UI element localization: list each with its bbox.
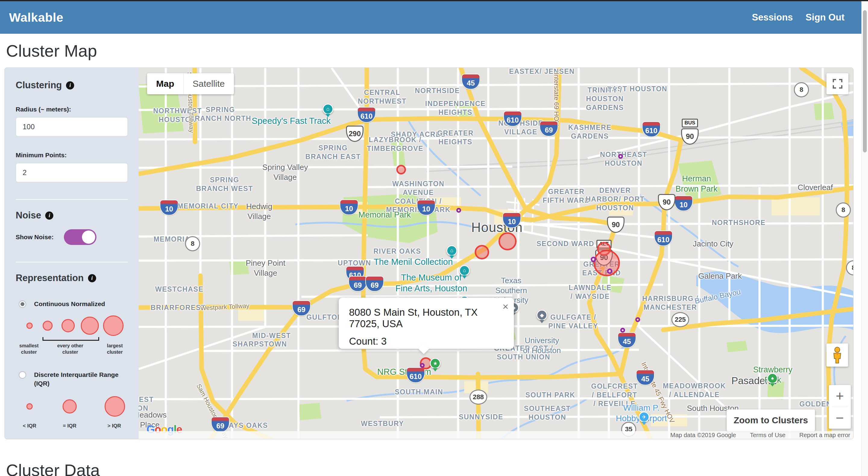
pin-stem xyxy=(642,422,647,427)
show-noise-label: Show Noise: xyxy=(16,233,54,241)
park-icon: ♠ xyxy=(767,373,778,384)
min-points-label: Minimum Points: xyxy=(16,152,128,159)
zoom-control: + − xyxy=(829,385,851,429)
legend-label-largest: largest cluster xyxy=(107,343,123,355)
cluster-marker-4[interactable] xyxy=(593,250,620,276)
legend-label-smallest: smallest cluster xyxy=(19,343,38,355)
hobby-airport-pin[interactable]: ✈ xyxy=(639,412,650,427)
legend-label-every-other: every other cluster xyxy=(57,343,83,355)
google-map[interactable]: EASTEX/ JENSENNORTHSIDECENTRAL NORTHWEST… xyxy=(138,68,853,439)
zoom-in-button[interactable]: + xyxy=(829,385,851,407)
cluster-marker-2[interactable] xyxy=(498,232,517,250)
cluster-marker-1[interactable] xyxy=(475,245,489,259)
radius-input[interactable] xyxy=(16,117,128,136)
every-other-cluster-bracket xyxy=(16,337,128,341)
museum-icon: ⌂ xyxy=(322,104,333,115)
min-points-input[interactable] xyxy=(16,163,128,182)
cluster-map-panel: Clustering i Radius (~ meters): Minimum … xyxy=(4,67,854,439)
map-type-control: Map Satellite xyxy=(147,73,234,94)
noise-point-6[interactable] xyxy=(420,363,425,368)
terms-of-use-link[interactable]: Terms of Use xyxy=(750,432,785,439)
iqr-label-lt: < IQR xyxy=(23,423,36,429)
menil-collection-pin[interactable]: ⌂ xyxy=(446,245,457,261)
navbar: Walkable Sessions Sign Out xyxy=(0,1,868,34)
cluster-marker-0[interactable] xyxy=(396,165,406,174)
grad-icon: ◆ xyxy=(536,310,547,321)
noise-point-2[interactable] xyxy=(591,257,596,262)
map-type-map-button[interactable]: Map xyxy=(147,73,183,94)
noise-point-4[interactable] xyxy=(635,317,640,322)
scrollbar-thumb[interactable] xyxy=(863,10,867,153)
divider xyxy=(16,199,128,200)
clustering-heading: Clustering i xyxy=(16,80,128,91)
continuous-normalized-option[interactable]: Continuous Normalized xyxy=(16,300,128,308)
legend-circle xyxy=(43,321,53,331)
noise-heading: Noise i xyxy=(16,210,128,221)
pegman-control[interactable] xyxy=(827,344,848,367)
toggle-knob xyxy=(82,230,95,244)
divider xyxy=(16,262,128,262)
nav-sessions-link[interactable]: Sessions xyxy=(752,12,793,23)
fullscreen-icon xyxy=(833,79,842,89)
iqr-option[interactable]: Discrete Interquartile Range (IQR) xyxy=(16,371,128,388)
cluster-info-window: 8080 S Main St, Houston, TX 77025, USA C… xyxy=(339,298,514,349)
clustering-info-icon[interactable]: i xyxy=(66,81,74,90)
iqr-legend-labels: < IQR = IQR > IQR xyxy=(16,423,128,432)
clustering-sidebar: Clustering i Radius (~ meters): Minimum … xyxy=(5,68,138,439)
museum-fine-arts-pin[interactable]: ⌂ xyxy=(459,265,470,281)
info-window-close-icon[interactable]: × xyxy=(502,301,508,312)
zoom-out-button[interactable]: − xyxy=(829,407,851,429)
info-window-address: 8080 S Main St, Houston, TX 77025, USA xyxy=(349,307,504,329)
representation-heading-text: Representation xyxy=(16,273,84,284)
radius-label: Radius (~ meters): xyxy=(16,106,128,113)
iqr-label-eq: = IQR xyxy=(63,423,76,429)
noise-point-0[interactable] xyxy=(456,208,461,213)
iqr-legend-circles xyxy=(16,394,128,418)
pin-stem xyxy=(450,255,454,261)
iqr-radio[interactable] xyxy=(19,371,26,379)
pin-stem xyxy=(462,275,467,281)
clustering-heading-text: Clustering xyxy=(16,80,62,91)
show-noise-toggle[interactable] xyxy=(64,229,96,245)
legend-circle xyxy=(81,317,99,335)
noise-point-3[interactable] xyxy=(607,268,613,274)
stadium-icon: ★ xyxy=(430,358,441,369)
noise-heading-text: Noise xyxy=(16,210,41,221)
legend-circle xyxy=(61,319,75,332)
continuous-legend-circles xyxy=(16,314,128,337)
pin-stem xyxy=(539,320,544,326)
representation-heading: Representation i xyxy=(16,273,128,284)
report-map-error-link[interactable]: Report a map error xyxy=(799,432,850,439)
map-roads-layer xyxy=(138,68,853,439)
noise-info-icon[interactable]: i xyxy=(45,212,53,220)
continuous-normalized-label: Continuous Normalized xyxy=(34,300,105,308)
strawberry-park-pin[interactable]: ♠ xyxy=(767,373,778,389)
iqr-label: Discrete Interquartile Range (IQR) xyxy=(34,371,128,388)
museum-icon: ⌂ xyxy=(446,245,457,256)
pin-stem xyxy=(326,114,330,120)
noise-point-5[interactable] xyxy=(620,328,625,332)
map-attribution: Map data ©2019 Google Terms of Use Repor… xyxy=(138,431,853,439)
fullscreen-button[interactable] xyxy=(827,73,848,94)
continuous-normalized-radio[interactable] xyxy=(19,300,26,308)
pin-stem xyxy=(433,368,438,374)
pin-stem xyxy=(770,383,775,389)
page-title: Cluster Map xyxy=(6,41,97,61)
nav-signout-link[interactable]: Sign Out xyxy=(806,12,844,23)
nav-links: Sessions Sign Out xyxy=(752,12,844,23)
noise-point-1[interactable] xyxy=(618,154,623,159)
speedys-pin[interactable]: ⌂ xyxy=(322,104,333,120)
legend-circle xyxy=(63,400,77,414)
map-type-satellite-button[interactable]: Satellite xyxy=(184,73,234,94)
continuous-legend-labels: smallest cluster every other cluster lar… xyxy=(16,343,128,361)
legend-circle xyxy=(104,396,125,417)
zoom-to-clusters-button[interactable]: Zoom to Clusters xyxy=(727,409,815,431)
page-scrollbar[interactable] xyxy=(861,1,868,476)
map-data-attribution: Map data ©2019 Google xyxy=(670,432,736,439)
app-brand[interactable]: Walkable xyxy=(9,10,63,25)
representation-info-icon[interactable]: i xyxy=(88,274,96,282)
university-of-houston-pin[interactable]: ◆ xyxy=(536,310,547,326)
legend-circle xyxy=(103,315,124,336)
nrg-stadium-pin[interactable]: ★ xyxy=(430,358,441,374)
airport-icon: ✈ xyxy=(639,412,650,422)
